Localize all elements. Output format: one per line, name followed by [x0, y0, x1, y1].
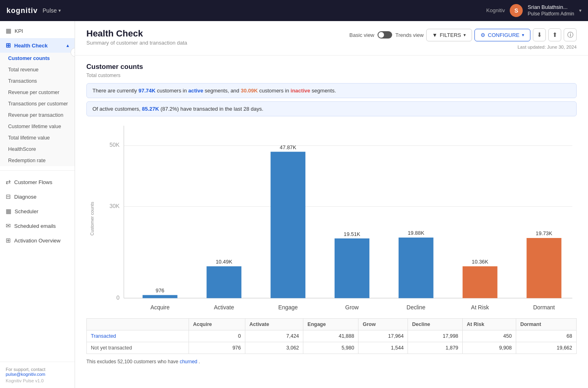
sidebar-sub-item-revenue-per-transaction[interactable]: Revenue per transaction — [0, 109, 75, 121]
transacted-row-label: Transacted — [87, 330, 189, 342]
sidebar-item-kpi-label: KPI — [15, 28, 23, 34]
download-button[interactable]: ⬇ — [533, 28, 546, 41]
sidebar-sub-item-transactions-per-customer[interactable]: Transactions per customer — [0, 98, 75, 109]
basic-view-label: Basic view — [350, 32, 374, 38]
sidebar-item-scheduler-label: Scheduler — [15, 208, 39, 214]
not-transacted-decline: 1,879 — [408, 342, 463, 354]
transacted-count: 85.27K — [142, 106, 159, 112]
sidebar-sub-item-revenue-per-customer[interactable]: Revenue per customer — [0, 87, 75, 98]
trends-view-label: Trends view — [395, 32, 424, 38]
page-subtitle: Summary of customer and transaction data — [86, 40, 187, 46]
support-email-link[interactable]: pulse@kognitiv.com — [6, 372, 45, 377]
svg-text:Engage: Engage — [278, 304, 298, 311]
not-transacted-dormant: 19,662 — [516, 342, 576, 354]
active-customer-count: 97.74K — [138, 88, 155, 94]
top-navigation: kognitiv Pulse ▾ Kognitiv S Srian Bulath… — [0, 0, 588, 21]
toggle-knob — [378, 32, 384, 38]
table-row-transacted: Transacted 0 7,424 41,888 17,964 17,998 … — [87, 330, 577, 342]
bar-decline — [399, 238, 433, 298]
product-name[interactable]: Pulse ▾ — [43, 7, 61, 14]
filters-icon: ▼ — [432, 32, 438, 38]
sidebar-item-activation-overview[interactable]: ⊞ Activation Overview — [0, 233, 75, 248]
download-icon: ⬇ — [537, 31, 542, 39]
avatar[interactable]: S — [510, 4, 523, 17]
last-updated: Last updated: June 30, 2024 — [517, 45, 577, 49]
svg-text:10.49K: 10.49K — [216, 259, 232, 265]
sidebar-sub-item-healthscore[interactable]: HealthScore — [0, 144, 75, 155]
sidebar-item-scheduler[interactable]: ▦ Scheduler — [0, 204, 75, 219]
svg-text:19.73K: 19.73K — [536, 230, 552, 236]
sidebar-item-kpi[interactable]: ▦ KPI — [0, 24, 75, 38]
filters-chevron-icon: ▾ — [464, 32, 466, 38]
not-transacted-activate: 3,062 — [245, 342, 303, 354]
sidebar: ‹ ▦ KPI ⊞ Health Check ▴ Customer counts… — [0, 21, 75, 388]
sidebar-sub-item-redemption-rate[interactable]: Redemption rate — [0, 155, 75, 166]
svg-text:19.88K: 19.88K — [408, 230, 424, 236]
info-icon: ⓘ — [567, 31, 573, 39]
info2-post: have transacted in the last 28 days. — [180, 106, 264, 112]
page-header: Health Check Summary of customer and tra… — [75, 21, 588, 56]
churn-note-pre: This excludes 52,100 customers who have — [86, 359, 180, 364]
svg-text:At Risk: At Risk — [471, 304, 489, 311]
sidebar-item-scheduled-emails[interactable]: ✉ Scheduled emails — [0, 219, 75, 233]
sidebar-item-diagnose-label: Diagnose — [14, 194, 36, 200]
data-table: Acquire Activate Engage Grow Decline At … — [86, 318, 577, 354]
topnav-right: Kognitiv S Srian Bulathsin... Pulse Plat… — [486, 4, 582, 17]
sidebar-sub-item-customer-lifetime-value[interactable]: Customer lifetime value — [0, 121, 75, 132]
sidebar-item-customer-flows-label: Customer Flows — [14, 179, 52, 185]
user-name: Srian Bulathsin... — [528, 4, 574, 11]
configure-label: CONFIGURE — [488, 32, 519, 38]
svg-text:Decline: Decline — [407, 304, 426, 311]
share-button[interactable]: ⬆ — [548, 28, 561, 41]
share-icon: ⬆ — [552, 31, 558, 39]
table-header-acquire: Acquire — [189, 319, 245, 330]
sidebar-sub-item-total-revenue[interactable]: Total revenue — [0, 64, 75, 75]
svg-text:19.51K: 19.51K — [344, 231, 361, 237]
transacted-engage: 41,888 — [303, 330, 358, 342]
bar-acquire — [143, 295, 178, 298]
health-check-chevron-icon: ▴ — [67, 43, 69, 48]
svg-text:Dormant: Dormant — [533, 304, 555, 311]
svg-text:50K: 50K — [109, 141, 120, 148]
sidebar-item-customer-flows[interactable]: ⇄ Customer Flows — [0, 175, 75, 189]
header-buttons-row: Basic view Trends view ▼ FILTERS ▾ ⚙ CON… — [350, 28, 577, 41]
health-check-icon: ⊞ — [6, 42, 11, 49]
churn-word: churned — [180, 359, 197, 364]
diagnose-icon: ⊟ — [6, 193, 11, 200]
y-axis-label: Customer counts — [86, 121, 98, 316]
sidebar-sub-item-customer-counts[interactable]: Customer counts — [0, 53, 75, 64]
bar-engage — [270, 152, 305, 298]
svg-text:0: 0 — [116, 294, 120, 301]
churn-note-post: . — [199, 359, 200, 364]
transacted-grow: 17,964 — [358, 330, 408, 342]
churn-note: This excludes 52,100 customers who have … — [86, 357, 577, 366]
filters-button[interactable]: ▼ FILTERS ▾ — [426, 29, 472, 41]
kpi-icon: ▦ — [6, 27, 11, 34]
sidebar-item-health-check[interactable]: ⊞ Health Check ▴ — [0, 38, 75, 53]
sidebar-sub-item-transactions[interactable]: Transactions — [0, 75, 75, 87]
transacted-pct: (87.2%) — [161, 106, 179, 112]
svg-text:Acquire: Acquire — [150, 304, 170, 311]
bar-chart: Customer counts 0 30K 50K — [86, 121, 577, 316]
svg-text:30K: 30K — [109, 203, 120, 209]
activation-overview-icon: ⊞ — [6, 237, 11, 244]
view-toggle: Basic view Trends view — [350, 31, 424, 39]
user-info: Srian Bulathsin... Pulse Platform Admin — [528, 4, 574, 17]
view-toggle-switch[interactable] — [378, 31, 392, 39]
filters-label: FILTERS — [440, 32, 461, 38]
sidebar-bottom: For support, contact pulse@kognitiv.com … — [0, 362, 75, 388]
table-header-engage: Engage — [303, 319, 358, 330]
user-menu-chevron-icon[interactable]: ▾ — [579, 8, 582, 13]
sidebar-item-health-check-label: Health Check — [14, 43, 47, 49]
info2-pre: Of active customers, — [92, 106, 142, 112]
page-title-block: Health Check Summary of customer and tra… — [86, 28, 187, 46]
customer-flows-icon: ⇄ — [6, 178, 11, 186]
info-button[interactable]: ⓘ — [564, 28, 577, 41]
sidebar-item-diagnose[interactable]: ⊟ Diagnose — [0, 189, 75, 204]
info1-post: segments. — [312, 88, 336, 94]
page-title: Health Check — [86, 28, 187, 39]
table-header-at-risk: At Risk — [463, 319, 516, 330]
sidebar-sub-item-total-lifetime-value[interactable]: Total lifetime value — [0, 132, 75, 144]
bar-grow — [335, 238, 369, 298]
configure-button[interactable]: ⚙ CONFIGURE ▾ — [474, 29, 530, 41]
